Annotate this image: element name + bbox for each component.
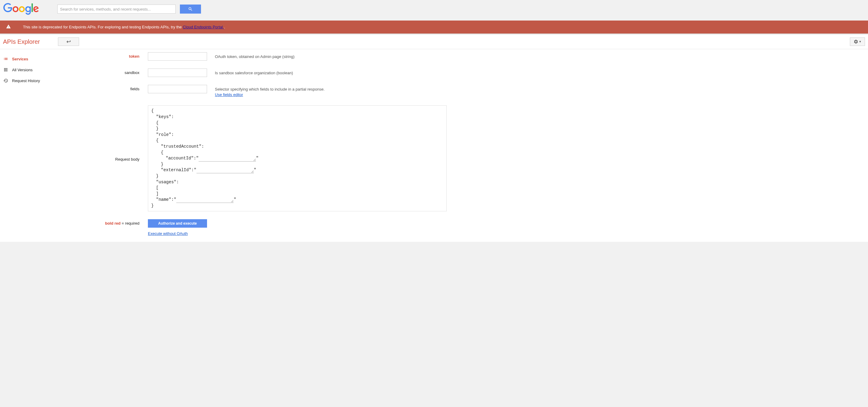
- main-content: Services All Versions Request History to…: [0, 49, 868, 242]
- sidebar-item-label: All Versions: [12, 68, 33, 72]
- sidebar-item-all-versions[interactable]: All Versions: [3, 64, 82, 75]
- back-arrow-icon: ↩: [66, 38, 71, 45]
- banner-text: This site is deprecated for Endpoints AP…: [23, 25, 225, 29]
- titlebar: APIs Explorer ↩ ▼: [0, 34, 868, 49]
- name-input[interactable]: [176, 198, 234, 203]
- authorize-execute-button[interactable]: Authorize and execute: [148, 219, 207, 228]
- json-quote: ": [234, 197, 236, 202]
- gear-icon: [854, 39, 858, 44]
- json-quote: ": [254, 168, 256, 172]
- cloud-endpoints-portal-link[interactable]: Cloud Endpoints Portal: [183, 25, 224, 29]
- settings-button[interactable]: ▼: [850, 37, 865, 46]
- banner-text-after: .: [224, 25, 225, 29]
- search-icon: [188, 7, 193, 11]
- request-body-editor[interactable]: { "keys": { } "role": { "trustedAccount"…: [148, 105, 447, 211]
- json-quote: ": [256, 156, 258, 161]
- sidebar: Services All Versions Request History: [0, 49, 85, 242]
- token-desc: OAuth token, obtained on Admin page (str…: [215, 52, 294, 59]
- form-label-fields: fields: [85, 85, 148, 91]
- accountid-input[interactable]: [198, 156, 256, 162]
- footer-actions: Authorize and execute Execute without OA…: [148, 219, 207, 236]
- form-content: token OAuth token, obtained on Admin pag…: [85, 49, 868, 242]
- execute-without-oauth-link[interactable]: Execute without OAuth: [148, 231, 188, 236]
- json-trustedaccount-key: "trustedAccount":: [151, 144, 443, 150]
- bold-red-text: bold red: [105, 221, 120, 226]
- chevron-down-icon: ▼: [859, 40, 862, 43]
- json-keys-key: "keys":: [151, 114, 443, 120]
- json-role-key: "role":: [151, 132, 443, 138]
- form-label-sandbox: sandbox: [85, 68, 148, 75]
- required-legend: bold red = required: [85, 219, 148, 226]
- json-accountid-key: "accountId":": [166, 156, 198, 161]
- externalid-input[interactable]: [196, 168, 254, 173]
- json-externalid-key: "externalId":": [161, 168, 196, 172]
- json-name-key: "name":": [156, 197, 176, 202]
- banner-text-before: This site is deprecated for Endpoints AP…: [23, 25, 183, 29]
- form-label-request-body: Request body: [85, 155, 148, 162]
- sidebar-item-label: Request History: [12, 79, 40, 83]
- grid-icon: [3, 67, 8, 72]
- json-usages-key: "usages":: [151, 179, 443, 185]
- warning-icon: [6, 24, 11, 30]
- form-label-token: token: [85, 52, 148, 59]
- form-row-sandbox: sandbox Is sandbox salesforce organizati…: [85, 68, 862, 77]
- sidebar-item-label: Services: [12, 57, 28, 61]
- sandbox-desc: Is sandbox salesforce organization (bool…: [215, 68, 293, 76]
- fields-desc: Selector specifying which fields to incl…: [215, 85, 324, 97]
- header: [0, 0, 868, 21]
- sandbox-input[interactable]: [148, 68, 207, 77]
- fields-desc-text: Selector specifying which fields to incl…: [215, 87, 324, 91]
- footer-row: bold red = required Authorize and execut…: [85, 219, 862, 236]
- history-icon: [3, 78, 8, 83]
- required-text: = required: [120, 221, 140, 226]
- back-button[interactable]: ↩: [58, 37, 79, 46]
- sidebar-item-services[interactable]: Services: [3, 53, 82, 64]
- use-fields-editor-link[interactable]: Use fields editor: [215, 92, 243, 97]
- search-button[interactable]: [180, 4, 201, 13]
- form-row-request-body: Request body { "keys": { } "role": { "tr…: [85, 105, 862, 211]
- deprecation-banner: This site is deprecated for Endpoints AP…: [0, 21, 868, 34]
- form-row-token: token OAuth token, obtained on Admin pag…: [85, 52, 862, 61]
- search-input[interactable]: [57, 4, 176, 13]
- search-container: [57, 4, 201, 13]
- token-input[interactable]: [148, 52, 207, 61]
- list-icon: [3, 56, 8, 61]
- page-title: APIs Explorer: [3, 38, 40, 45]
- google-logo: [3, 3, 39, 15]
- sidebar-item-request-history[interactable]: Request History: [3, 75, 82, 86]
- form-row-fields: fields Selector specifying which fields …: [85, 85, 862, 97]
- fields-input[interactable]: [148, 85, 207, 93]
